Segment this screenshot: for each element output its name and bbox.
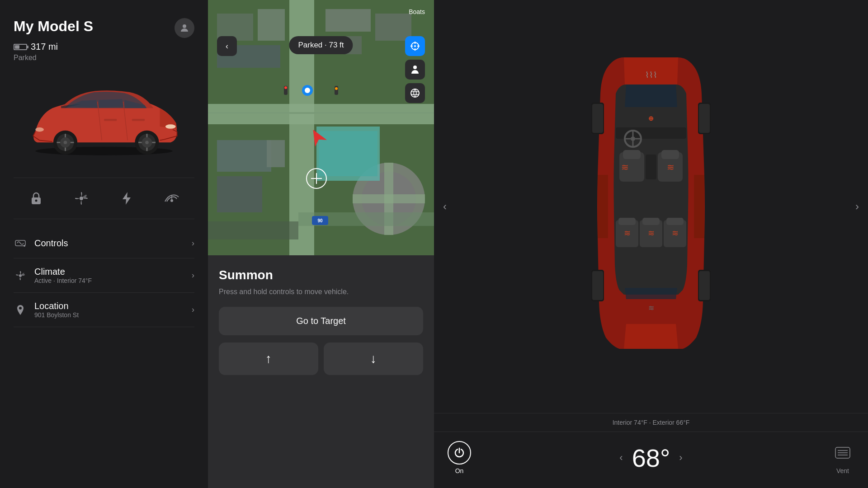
svg-rect-93 [642, 218, 660, 225]
climate-chevron: › [192, 271, 194, 280]
next-button[interactable]: › [855, 200, 859, 213]
svg-rect-22 [104, 119, 117, 121]
menu-item-location[interactable]: Location 901 Boylston St › [14, 293, 194, 327]
globe-button[interactable] [405, 83, 425, 103]
svg-rect-82 [592, 271, 603, 300]
forward-button[interactable]: ↑ [219, 343, 318, 375]
svg-text:≋: ≋ [648, 229, 655, 238]
summon-panel: Summon Press and hold controls to move v… [208, 255, 434, 488]
lock-icon[interactable] [25, 187, 47, 210]
power-button[interactable]: On [448, 441, 471, 474]
temp-bar: Interior 74°F · Exterior 66°F [434, 413, 868, 432]
location-icon [14, 303, 27, 317]
backward-button[interactable]: ↓ [324, 343, 423, 375]
fan-icon[interactable] [70, 187, 93, 210]
temp-decrease-button[interactable]: ‹ [619, 452, 623, 464]
svg-rect-36 [208, 112, 434, 114]
summon-title: Summon [219, 268, 423, 282]
map-area[interactable]: 90 Boats Parked · 73 ft ‹ [208, 0, 434, 255]
location-subtitle: 901 Boylston St [34, 311, 184, 319]
power-circle-icon [448, 441, 471, 465]
svg-point-32 [19, 307, 22, 310]
left-panel: My Model S 317 mi Parked [0, 0, 208, 488]
menu-item-climate[interactable]: Climate Active · Interior 74°F › [14, 258, 194, 293]
go-to-target-button[interactable]: Go to Target [219, 307, 423, 335]
svg-point-67 [414, 45, 416, 47]
svg-point-73 [411, 89, 419, 97]
vent-icon [831, 441, 854, 465]
avatar[interactable] [175, 18, 194, 38]
svg-point-25 [35, 200, 38, 202]
svg-rect-52 [208, 221, 298, 239]
temp-control: ‹ 68° › [619, 443, 682, 473]
prev-button[interactable]: ‹ [443, 200, 447, 213]
svg-text:≋: ≋ [648, 304, 654, 312]
car-image [14, 69, 194, 169]
controls-title: Controls [34, 238, 184, 249]
svg-rect-44 [217, 176, 262, 212]
svg-text:⌇⌇⌇: ⌇⌇⌇ [645, 70, 657, 80]
car-top-view-svg: ≋ ≋ ≋ ≋ ≋ ≋ ⌇⌇⌇ ⊕ [579, 48, 723, 365]
svg-point-31 [19, 274, 22, 277]
battery-icon [14, 44, 27, 50]
map-back-button[interactable]: ‹ [217, 36, 237, 56]
climate-icon [14, 269, 27, 282]
svg-rect-38 [258, 9, 285, 41]
controls-chevron: › [192, 239, 194, 248]
svg-rect-45 [267, 140, 285, 167]
svg-rect-23 [132, 119, 145, 121]
svg-point-59 [284, 86, 287, 89]
right-panel: ‹ [434, 0, 868, 488]
svg-point-0 [183, 24, 186, 28]
svg-rect-94 [666, 218, 684, 225]
power-label: On [455, 467, 464, 474]
vent-label: Vent [836, 467, 849, 474]
car-svg [18, 74, 190, 164]
person-button[interactable] [405, 60, 425, 80]
direction-buttons: ↑ ↓ [219, 343, 423, 375]
svg-text:≋: ≋ [621, 162, 629, 172]
svg-text:≋: ≋ [624, 229, 631, 238]
svg-rect-80 [592, 104, 603, 133]
climate-title: Climate [34, 267, 184, 277]
svg-point-61 [335, 87, 338, 90]
svg-rect-92 [618, 218, 636, 225]
svg-point-5 [35, 127, 44, 132]
svg-point-57 [305, 88, 310, 93]
svg-point-72 [413, 66, 417, 69]
svg-rect-81 [699, 104, 710, 133]
svg-point-9 [64, 141, 67, 144]
location-title: Location [34, 301, 184, 311]
autopilot-icon[interactable] [160, 187, 183, 210]
header-row: My Model S [14, 18, 194, 38]
controls-icon [14, 236, 27, 250]
svg-point-30 [24, 245, 25, 247]
menu-item-controls[interactable]: Controls › [14, 228, 194, 258]
svg-text:≋: ≋ [667, 162, 675, 172]
car-interior-view: ‹ [434, 0, 868, 413]
controls-content: Controls [34, 238, 184, 249]
vent-button[interactable]: Vent [831, 441, 854, 474]
svg-rect-43 [217, 140, 271, 172]
parked-status: Parked [14, 54, 194, 62]
svg-rect-40 [326, 9, 371, 32]
parked-badge: Parked · 73 ft [289, 36, 353, 54]
menu-list: Controls › Climate Active · Interior 74°… [14, 228, 194, 327]
lightning-icon[interactable] [115, 187, 138, 210]
svg-rect-83 [699, 271, 710, 300]
location-content: Location 901 Boylston St [34, 301, 184, 319]
map-label: Boats [409, 8, 425, 15]
svg-point-17 [145, 141, 149, 144]
climate-controls: On ‹ 68° › Vent [434, 432, 868, 488]
climate-content: Climate Active · Interior 74°F [34, 267, 184, 284]
summon-desc: Press and hold controls to move vehicle. [219, 288, 423, 296]
crosshair-button[interactable] [405, 36, 425, 56]
battery-row: 317 mi [14, 42, 194, 52]
svg-rect-86 [623, 150, 641, 159]
map-button-group [405, 36, 425, 103]
svg-point-26 [80, 197, 83, 200]
car-name: My Model S [14, 18, 93, 35]
temp-increase-button[interactable]: › [679, 452, 682, 464]
svg-rect-88 [646, 155, 656, 179]
center-panel: 90 Boats Parked · 73 ft ‹ [208, 0, 434, 488]
